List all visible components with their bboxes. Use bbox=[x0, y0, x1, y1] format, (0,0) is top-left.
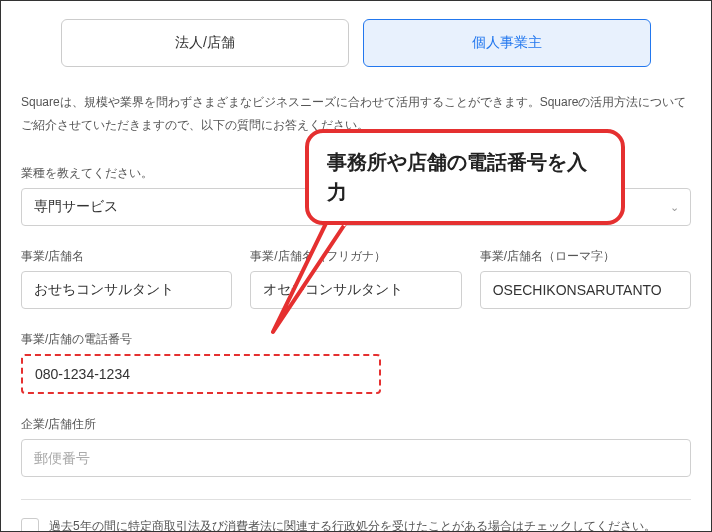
annotation-callout: 事務所や店舗の電話番号を入力 bbox=[305, 129, 625, 225]
disposition-checkbox[interactable] bbox=[21, 518, 39, 532]
address-label: 企業/店舗住所 bbox=[21, 416, 691, 433]
disposition-checkbox-label: 過去5年の間に特定商取引法及び消費者法に関連する行政処分を受けたことがある場合は… bbox=[49, 518, 656, 532]
business-name-romaji-input[interactable] bbox=[480, 271, 691, 309]
business-name-label: 事業/店舗名 bbox=[21, 248, 232, 265]
business-type-tabs: 法人/店舗 個人事業主 bbox=[21, 19, 691, 67]
tab-corporate[interactable]: 法人/店舗 bbox=[61, 19, 349, 67]
phone-highlight bbox=[21, 354, 381, 394]
tab-individual[interactable]: 個人事業主 bbox=[363, 19, 651, 67]
phone-input[interactable] bbox=[25, 358, 377, 390]
business-name-input[interactable] bbox=[21, 271, 232, 309]
divider bbox=[21, 499, 691, 500]
phone-label: 事業/店舗の電話番号 bbox=[21, 331, 691, 348]
business-name-romaji-label: 事業/店舗名（ローマ字） bbox=[480, 248, 691, 265]
postal-code-input[interactable] bbox=[21, 439, 691, 477]
business-name-kana-input[interactable] bbox=[250, 271, 461, 309]
business-name-kana-label: 事業/店舗名（フリガナ） bbox=[250, 248, 461, 265]
